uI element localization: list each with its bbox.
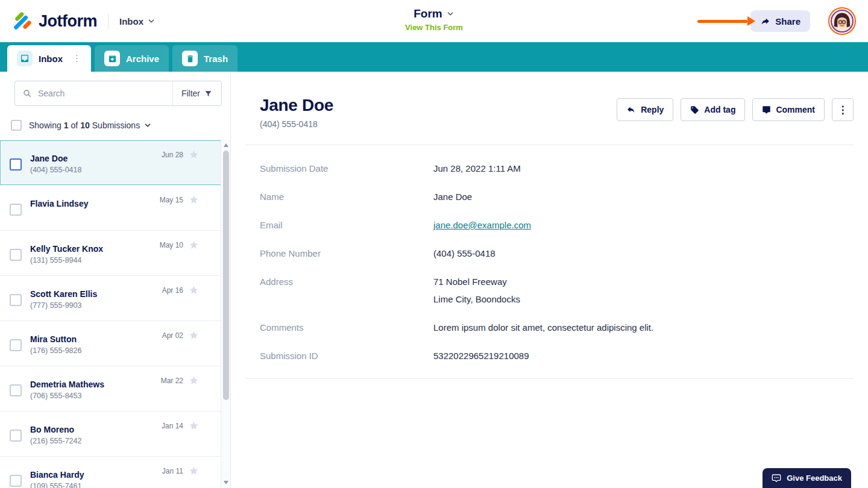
form-title-dropdown[interactable]: Form [405,7,463,20]
showing-count: 1 [64,120,69,130]
sidebar-scrollbar[interactable] [221,140,230,488]
email-link[interactable]: jane.doe@example.com [433,219,531,232]
star-icon[interactable] [189,195,199,205]
add-tag-button-label: Add tag [704,105,735,114]
submission-checkbox[interactable] [10,204,22,216]
submission-list: Jane Doe (404) 555-0418 Jun 28 Flavia Li… [0,140,230,488]
tab-inbox-menu-icon[interactable]: ⋮ [72,53,81,64]
submission-name: Demetria Mathews [30,380,104,389]
submission-date: Mar 22 [161,377,183,385]
scrollbar-thumb[interactable] [223,151,229,400]
submission-list-item[interactable]: Bo Moreno (216) 555-7242 Jan 14 [0,411,230,457]
submission-detail: Jane Doe (404) 555-0418 Reply Add tag Co… [231,72,868,488]
submission-date: Jan 14 [162,422,183,430]
submission-meta: Jan 11 [162,466,199,488]
avatar[interactable] [828,7,856,35]
submission-meta: Apr 02 [162,330,199,366]
submission-phone: (109) 555-7461 [30,482,84,488]
star-icon[interactable] [189,421,199,431]
submission-text: Bianca Hardy (109) 555-7461 [30,464,84,488]
submission-list-item[interactable]: Jane Doe (404) 555-0418 Jun 28 [0,140,230,186]
comment-button[interactable]: Comment [752,98,825,121]
submission-checkbox[interactable] [10,430,22,442]
chevron-down-icon [147,17,156,25]
share-button-label: Share [775,16,800,27]
field-value-line2: Lime City, Boondocks [433,293,520,306]
field-row: Submission ID 5322022965219210089 [260,349,854,363]
share-button[interactable]: Share [750,10,810,32]
submission-meta: May 15 [160,195,199,230]
submission-name: Kelly Tucker Knox [30,244,103,254]
submission-phone: (777) 555-9903 [30,301,97,310]
app-root: Jotform Inbox Form View This Form Share [0,0,868,488]
more-options-button[interactable]: ⋮ [832,98,854,121]
header-divider [108,13,108,29]
search-box: Filter [14,81,222,106]
scrollbar-up-arrow[interactable] [224,143,228,147]
showing-middle: of [71,120,78,130]
reply-button[interactable]: Reply [617,98,673,121]
reply-button-label: Reply [641,105,664,114]
star-icon[interactable] [189,285,199,295]
field-label: Submission Date [260,162,433,175]
submission-checkbox[interactable] [10,384,22,396]
showing-suffix: Submissions [92,120,140,130]
tab-inbox[interactable]: Inbox ⋮ [7,45,91,72]
submission-date: Jan 11 [162,467,183,475]
chevron-down-icon[interactable] [143,121,152,130]
tab-trash[interactable]: Trash [172,45,237,72]
scrollbar-down-arrow[interactable] [224,481,228,484]
submission-checkbox[interactable] [10,294,22,306]
star-icon[interactable] [189,375,199,386]
submission-checkbox[interactable] [10,158,22,170]
jotform-logo[interactable]: Jotform [12,11,97,31]
field-value: Jane Doe [433,190,472,204]
field-label: Phone Number [260,247,433,260]
submission-text: Mira Sutton (176) 555-9826 [30,328,81,366]
field-value-wrap: jane.doe@example.com [433,219,531,232]
tab-archive[interactable]: Archive [95,45,169,72]
submission-text: Jane Doe (404) 555-0418 [30,148,81,185]
submission-list-item[interactable]: Demetria Mathews (706) 555-8453 Mar 22 [0,366,230,411]
star-icon[interactable] [189,466,199,476]
submission-list-item[interactable]: Bianca Hardy (109) 555-7461 Jan 11 [0,457,230,488]
submission-date: Apr 16 [162,286,183,295]
field-row: Name Jane Doe [260,190,854,204]
submission-checkbox[interactable] [10,339,22,351]
star-icon[interactable] [189,240,199,250]
submission-text: Scott Karen Ellis (777) 555-9903 [30,283,97,321]
comment-button-label: Comment [776,105,815,114]
inbox-dropdown[interactable]: Inbox [119,16,156,27]
submission-phone: (176) 555-9826 [30,346,81,355]
field-value-wrap: 5322022965219210089 [433,349,529,363]
field-row: Submission Date Jun 28, 2022 1:11 AM [260,162,854,175]
submission-phone: (216) 555-7242 [30,437,81,445]
submission-list-item[interactable]: Kelly Tucker Knox (131) 555-8944 May 10 [0,231,230,276]
submission-text: Bo Moreno (216) 555-7242 [30,419,81,456]
submission-name: Scott Karen Ellis [30,289,97,299]
submission-list-item[interactable]: Scott Karen Ellis (777) 555-9903 Apr 16 [0,276,230,321]
tag-icon [690,105,699,114]
submission-phone: (706) 555-8453 [30,392,104,400]
submission-date: May 15 [160,196,183,204]
submission-list-item[interactable]: Flavia Lindsey May 15 [0,186,230,231]
form-title-block: Form View This Form [405,7,463,32]
submission-name: Flavia Lindsey [30,199,88,208]
avatar-image [831,10,854,33]
reply-icon [626,105,636,114]
select-all-checkbox[interactable] [11,120,22,131]
submission-meta: Mar 22 [161,375,199,411]
star-icon[interactable] [189,149,199,160]
search-input[interactable] [32,89,172,98]
submission-checkbox[interactable] [10,249,22,261]
submission-list-item[interactable]: Mira Sutton (176) 555-9826 Apr 02 [0,321,230,366]
view-this-form-link[interactable]: View This Form [405,23,463,32]
add-tag-button[interactable]: Add tag [681,98,745,121]
submission-checkbox[interactable] [10,475,22,487]
filter-button[interactable]: Filter [172,81,221,105]
give-feedback-button[interactable]: Give Feedback [763,468,851,488]
submission-text: Demetria Mathews (706) 555-8453 [30,374,104,411]
star-icon[interactable] [189,330,199,340]
kebab-icon: ⋮ [838,104,848,116]
showing-total: 10 [80,120,90,130]
